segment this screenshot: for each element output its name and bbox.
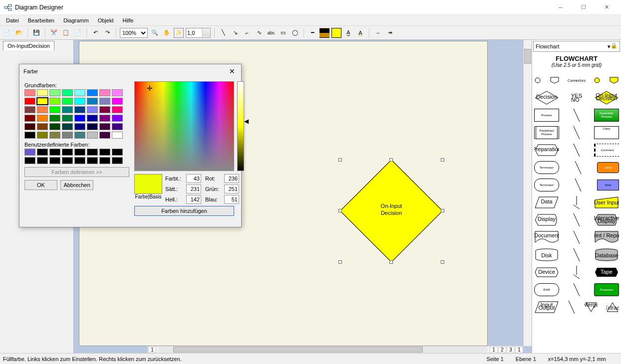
basic-swatch[interactable]	[87, 115, 98, 122]
vertical-scrollbar[interactable]	[523, 40, 532, 346]
ellipse-icon[interactable]: ◯	[290, 28, 300, 38]
handle-sw[interactable]	[338, 260, 342, 264]
connector-icon[interactable]: ⌐	[242, 28, 252, 38]
handle-se[interactable]	[441, 260, 444, 264]
basic-swatch[interactable]	[37, 115, 48, 122]
basic-swatch[interactable]	[37, 98, 48, 105]
shape-note[interactable]: Note	[597, 180, 619, 190]
basic-swatch[interactable]	[87, 98, 98, 105]
line-icon[interactable]: ╲	[218, 28, 228, 38]
lock-icon[interactable]: 🔒	[611, 42, 619, 50]
basic-swatch[interactable]	[37, 89, 48, 96]
shape-tape[interactable]: Tape	[594, 267, 619, 278]
page-2[interactable]: 2	[498, 347, 506, 353]
palette-selector[interactable]: Flowchart 🔒	[533, 41, 620, 52]
basic-swatch[interactable]	[62, 132, 73, 139]
shape-database[interactable]: Database	[594, 248, 619, 262]
undo-icon[interactable]: ↶	[90, 28, 100, 38]
basic-swatch[interactable]	[74, 132, 85, 139]
new-icon[interactable]: 📄	[2, 28, 12, 38]
basic-swatch[interactable]	[99, 98, 110, 105]
page-1[interactable]: 1	[490, 347, 498, 353]
handle-e[interactable]	[441, 209, 444, 212]
menu-file[interactable]: Datei	[2, 16, 23, 24]
page-indicator-left[interactable]: 1	[148, 347, 156, 353]
basic-swatch[interactable]	[62, 89, 73, 96]
basic-swatch[interactable]	[99, 123, 110, 130]
shape-device[interactable]: Device	[534, 267, 559, 278]
horizontal-scrollbar[interactable]: 1 1 2 3 1	[148, 346, 523, 353]
basic-swatch[interactable]	[112, 106, 123, 113]
basic-swatch[interactable]	[112, 89, 123, 96]
basic-swatch[interactable]	[24, 89, 35, 96]
basic-swatch[interactable]	[24, 132, 35, 139]
page-indicator-right[interactable]: 1	[515, 347, 523, 353]
shape-preparation[interactable]: Preparation	[534, 144, 559, 157]
page-3[interactable]: 3	[507, 347, 515, 353]
basic-swatch[interactable]	[99, 132, 110, 139]
basic-swatch[interactable]	[87, 89, 98, 96]
fill-color-icon[interactable]	[331, 28, 341, 38]
dialog-titlebar[interactable]: Farbe ✕	[19, 64, 241, 78]
basic-swatch[interactable]	[99, 89, 110, 96]
color1-icon[interactable]	[319, 28, 329, 38]
shape-interactive-display[interactable]: InteractiveDisplay	[594, 213, 619, 226]
line-width-spin[interactable]: 1,0	[186, 28, 211, 38]
arrow-style-icon[interactable]: →	[373, 28, 383, 38]
shape-comment[interactable]: Comment	[594, 144, 619, 157]
basic-swatch[interactable]	[112, 123, 123, 130]
basic-swatch[interactable]	[49, 98, 60, 105]
cut-icon[interactable]: ✂️	[49, 28, 59, 38]
basic-swatch[interactable]	[112, 132, 123, 139]
custom-swatch[interactable]	[87, 149, 98, 156]
open-icon[interactable]: 📂	[14, 28, 24, 38]
basic-swatch[interactable]	[74, 115, 85, 122]
basic-swatch[interactable]	[49, 132, 60, 139]
handle-n[interactable]	[389, 158, 393, 162]
rect-icon[interactable]: ▭	[278, 28, 288, 38]
basic-swatch[interactable]	[87, 132, 98, 139]
basic-swatch[interactable]	[62, 98, 73, 105]
color-spectrum[interactable]: ✛	[134, 81, 234, 171]
custom-swatch[interactable]	[74, 157, 85, 164]
hue-input[interactable]	[186, 174, 201, 183]
redo-icon[interactable]: ↷	[102, 28, 112, 38]
minimize-button[interactable]: ─	[550, 2, 571, 13]
basic-swatch[interactable]	[74, 123, 85, 130]
basic-swatch[interactable]	[37, 106, 48, 113]
handle-ne[interactable]	[441, 158, 444, 162]
zoom-select[interactable]: 100%	[120, 28, 148, 38]
add-color-button[interactable]: Farben hinzufügen	[134, 206, 234, 216]
shape-disk[interactable]: Disk	[534, 248, 559, 262]
paste-icon[interactable]: 📄	[73, 28, 83, 38]
menu-help[interactable]: Hilfe	[118, 16, 137, 24]
blue-input[interactable]	[224, 195, 239, 204]
text-color-icon[interactable]: A̲	[343, 28, 353, 38]
basic-swatch[interactable]	[24, 123, 35, 130]
basic-swatch[interactable]	[99, 115, 110, 122]
basic-swatch[interactable]	[112, 115, 123, 122]
custom-swatch[interactable]	[62, 157, 73, 164]
basic-swatch[interactable]	[37, 132, 48, 139]
custom-swatch[interactable]	[24, 157, 35, 164]
zoom-icon[interactable]: 🔍	[150, 28, 160, 38]
cancel-button[interactable]: Abbrechen	[60, 180, 93, 190]
arrow-end-icon[interactable]: ↠	[385, 28, 395, 38]
shape-process[interactable]: Process	[534, 109, 559, 122]
selected-shape[interactable]: On-InputDecision	[340, 160, 443, 262]
basic-swatch[interactable]	[24, 115, 35, 122]
shape-ram[interactable]: RAM	[534, 283, 559, 296]
copy-icon[interactable]: 📋	[61, 28, 71, 38]
basic-swatch[interactable]	[24, 98, 35, 105]
custom-swatch[interactable]	[99, 149, 110, 156]
line-style-icon[interactable]: ━	[308, 28, 317, 38]
basic-swatch[interactable]	[87, 106, 98, 113]
custom-swatch[interactable]	[112, 157, 123, 164]
shape-assembler[interactable]: Assembler Process	[594, 109, 619, 122]
basic-swatch[interactable]	[62, 115, 73, 122]
menu-object[interactable]: Objekt	[94, 16, 118, 24]
shape-document[interactable]: Document	[534, 230, 559, 244]
save-icon[interactable]: 💾	[31, 28, 41, 38]
define-colors-button[interactable]: Farben definieren >>	[24, 167, 129, 177]
sat-input[interactable]	[186, 184, 201, 193]
